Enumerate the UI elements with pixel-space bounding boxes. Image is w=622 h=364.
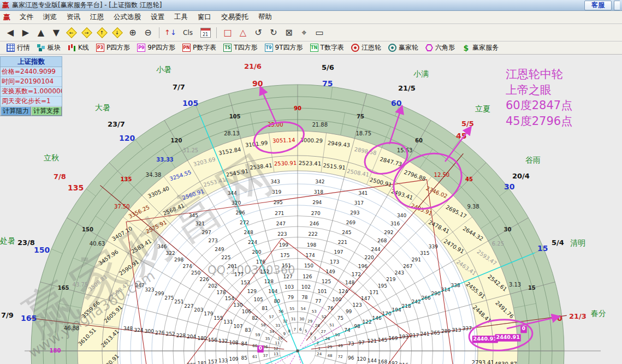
menu-item-0[interactable]: 文件 bbox=[15, 13, 38, 22]
t-updown-button[interactable]: ↑↓ bbox=[163, 26, 177, 39]
nav-up-button[interactable]: ▲ bbox=[34, 26, 48, 39]
t-table-button[interactable]: TNT数字表 bbox=[308, 43, 346, 52]
shrink-button[interactable]: ⌖ bbox=[297, 26, 311, 39]
svg-text:250: 250 bbox=[191, 270, 200, 276]
zoom-out-button[interactable]: ⊖ bbox=[141, 26, 155, 39]
svg-text:298: 298 bbox=[174, 257, 183, 262]
menu-item-4[interactable]: 公式选股 bbox=[109, 13, 146, 22]
svg-text:48: 48 bbox=[328, 354, 333, 358]
triangle-tool-button[interactable]: △ bbox=[236, 26, 250, 39]
quotes-button[interactable]: 行情 bbox=[4, 43, 32, 52]
menu-item-8[interactable]: 交易委托 bbox=[216, 13, 253, 22]
svg-text:268: 268 bbox=[377, 238, 387, 243]
svg-text:195: 195 bbox=[378, 283, 387, 289]
kline-button[interactable]: K线 bbox=[66, 43, 91, 52]
angle-label: 150 bbox=[34, 246, 50, 254]
svg-text:15: 15 bbox=[528, 285, 536, 291]
p-square-button[interactable]: P3P四方形 bbox=[94, 43, 132, 52]
svg-text:266: 266 bbox=[422, 295, 431, 301]
9t-square-button[interactable]: T99T四方形 bbox=[263, 43, 305, 52]
menu-item-5[interactable]: 设置 bbox=[146, 13, 169, 22]
pan-right-button[interactable]: → bbox=[80, 26, 94, 39]
svg-text:346: 346 bbox=[157, 244, 167, 249]
svg-text:55: 55 bbox=[289, 307, 294, 311]
svg-text:135: 135 bbox=[121, 176, 132, 182]
svg-text:5: 5 bbox=[305, 329, 307, 333]
partial-button[interactable] bbox=[614, 1, 620, 10]
svg-text:199: 199 bbox=[279, 242, 288, 248]
angle-label: 135 bbox=[68, 183, 84, 192]
svg-text:27: 27 bbox=[321, 330, 326, 334]
svg-text:246: 246 bbox=[310, 221, 319, 226]
hexagon-button[interactable]: 六角形 bbox=[423, 43, 457, 52]
titlebar: 赢 赢家江恩专业版[赢家服务平台] - [上证指数 江恩轮] 客服 bbox=[0, 0, 622, 11]
svg-text:315: 315 bbox=[420, 250, 429, 256]
svg-text:295: 295 bbox=[274, 200, 283, 205]
svg-text:218: 218 bbox=[402, 303, 411, 309]
date-label: 7/7 bbox=[173, 83, 185, 91]
svg-text:221: 221 bbox=[338, 240, 347, 245]
winner-wheel-button[interactable]: 赢家轮 bbox=[386, 43, 420, 52]
svg-text:96: 96 bbox=[348, 355, 354, 361]
calc-resistance-button[interactable]: 计算阻力 bbox=[1, 106, 31, 116]
svg-text:145: 145 bbox=[378, 337, 387, 343]
pan-left-button[interactable]: ← bbox=[64, 26, 79, 39]
svg-text:289: 289 bbox=[441, 329, 451, 334]
sectors-button[interactable]: 板块 bbox=[35, 43, 63, 52]
svg-text:36: 36 bbox=[263, 345, 268, 349]
solar-term-label: 小暑 bbox=[156, 65, 171, 74]
pan-down-button[interactable]: ↓ bbox=[110, 26, 125, 39]
svg-text:78: 78 bbox=[301, 295, 308, 300]
screen-button[interactable]: ▭ bbox=[312, 26, 327, 39]
service-button[interactable]: $赢家服务 bbox=[460, 43, 501, 52]
svg-text:252: 252 bbox=[165, 331, 175, 337]
svg-text:56: 56 bbox=[279, 309, 283, 314]
zoom-in-button[interactable]: ⊕ bbox=[126, 26, 140, 39]
rotate-ccw-button[interactable]: ↺ bbox=[251, 26, 265, 39]
svg-text:25: 25 bbox=[328, 345, 333, 349]
menu-item-6[interactable]: 工具 bbox=[169, 13, 193, 22]
svg-text:6.25: 6.25 bbox=[492, 241, 504, 247]
pan-up-button[interactable]: ↑ bbox=[95, 26, 109, 39]
calendar-button[interactable]: 21 bbox=[198, 26, 212, 39]
calc-support-button[interactable]: 计算支撑 bbox=[31, 106, 62, 116]
svg-text:217: 217 bbox=[410, 333, 419, 338]
kefu-button[interactable]: 客服 bbox=[584, 1, 612, 10]
app-window: 赢 赢家江恩专业版[赢家服务平台] - [上证指数 江恩轮] 客服 赢 文件浏览… bbox=[0, 0, 622, 364]
svg-text:228: 228 bbox=[176, 333, 186, 338]
svg-text:99: 99 bbox=[346, 309, 352, 314]
svg-text:40.63: 40.63 bbox=[90, 241, 105, 247]
svg-text:347: 347 bbox=[135, 283, 144, 288]
date-label: 23/8 bbox=[17, 238, 35, 247]
p-table-button[interactable]: PNP数字表 bbox=[180, 43, 218, 52]
svg-text:21.88: 21.88 bbox=[312, 122, 328, 128]
nav-left-button[interactable]: ◀ bbox=[3, 26, 17, 39]
t-table-icon: TN bbox=[310, 44, 318, 52]
svg-text:122: 122 bbox=[362, 319, 371, 325]
menu-item-7[interactable]: 窗口 bbox=[193, 13, 216, 22]
cls-button[interactable]: Cls bbox=[179, 26, 197, 39]
square-tool-button[interactable]: □ bbox=[221, 26, 235, 39]
toolbar-separator bbox=[159, 27, 159, 38]
9p-square-button[interactable]: P99P四方形 bbox=[135, 43, 177, 52]
expand-button[interactable]: ⊠ bbox=[282, 26, 296, 39]
svg-text:1: 1 bbox=[318, 347, 320, 351]
t-square-button[interactable]: TST四方形 bbox=[221, 43, 259, 52]
svg-text:318: 318 bbox=[314, 189, 323, 195]
rotate-cw-button[interactable]: ↻ bbox=[266, 26, 281, 39]
menu-item-1[interactable]: 浏览 bbox=[38, 13, 62, 22]
date-label: 5/5 bbox=[461, 120, 474, 128]
nav-right-button[interactable]: ▶ bbox=[19, 26, 33, 39]
svg-text:198: 198 bbox=[307, 242, 316, 248]
gann-wheel-button[interactable]: 江恩轮 bbox=[349, 43, 383, 52]
svg-text:45: 45 bbox=[465, 176, 473, 182]
nav-down-button[interactable]: ▼ bbox=[49, 26, 63, 39]
menu-item-3[interactable]: 江恩 bbox=[85, 13, 109, 22]
menu-item-9[interactable]: 帮助 bbox=[253, 13, 277, 22]
svg-text:337: 337 bbox=[463, 326, 472, 331]
svg-text:299: 299 bbox=[155, 291, 164, 296]
menu-item-2[interactable]: 资讯 bbox=[62, 13, 85, 22]
svg-text:196: 196 bbox=[358, 264, 368, 269]
solar-term-label: 大暑 bbox=[95, 103, 110, 112]
svg-text:4: 4 bbox=[310, 332, 312, 336]
